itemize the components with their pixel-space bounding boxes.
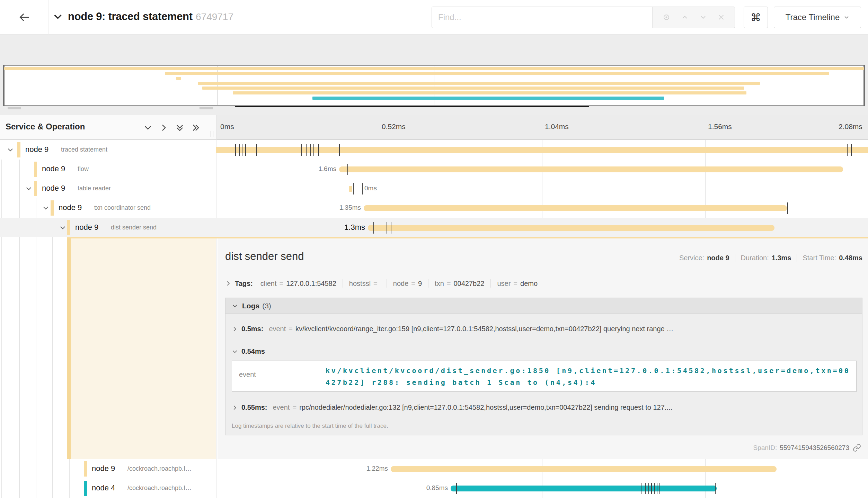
column-resize-grip[interactable] (211, 131, 215, 137)
timeline-header-row: Service & Operation 0ms 0.52ms 1.04ms 1.… (0, 115, 868, 140)
span-bar[interactable] (349, 186, 352, 192)
span-color-marker (34, 181, 37, 196)
minimap-span-bar (198, 82, 760, 85)
span-color-marker (51, 200, 54, 216)
span-operation[interactable]: /cockroach.roachpb.I… (127, 465, 192, 472)
span-operation[interactable]: dist sender send (111, 224, 157, 231)
logs-count: (3) (262, 302, 271, 310)
keyboard-shortcuts-button[interactable]: ⌘ (744, 7, 768, 28)
find-box (432, 7, 735, 28)
chevron-right-icon (225, 280, 231, 287)
span-duration-label: 1.6ms (291, 165, 336, 173)
span-row-selected[interactable]: node 9 dist sender send 1.3ms (0, 218, 868, 237)
span-row[interactable]: node 4 /cockroach.roachpb.I… 0.85ms (0, 479, 868, 498)
span-duration-label: 0ms (364, 184, 409, 192)
chevron-down-icon (844, 15, 849, 20)
tags-row[interactable]: Tags: client=127.0.0.1:54582 hostssl= no… (225, 279, 538, 288)
logs-section: Logs (3) 0.5ms: event = kv/kvclient/kvco… (225, 298, 862, 435)
minimap-span-bar (165, 72, 829, 75)
back-arrow-icon (17, 10, 31, 24)
span-row[interactable]: node 9 txn coordinator send 1.35ms (0, 198, 868, 218)
log-timestamp: 0.55ms: (241, 404, 267, 411)
title-collapse-icon[interactable] (52, 11, 64, 23)
minimap-left-scrubber[interactable] (3, 65, 5, 106)
span-operation[interactable]: flow (78, 165, 89, 173)
span-bar[interactable] (364, 205, 787, 211)
minimap-span-bar (202, 87, 744, 90)
view-selector-button[interactable]: Trace Timeline (774, 7, 861, 28)
focus-match-icon[interactable] (662, 13, 671, 21)
log-field-key: event (269, 325, 286, 333)
span-color-marker (84, 481, 87, 496)
next-match-icon[interactable] (699, 13, 707, 21)
span-detail-panel: dist sender send Service: node 9 Duratio… (218, 238, 868, 459)
chevron-down-icon[interactable] (42, 205, 49, 211)
log-entry[interactable]: 0.55ms: event = rpc/nodedialer/nodediale… (232, 404, 672, 411)
event-field-key: event (239, 371, 256, 379)
span-operation[interactable]: txn coordinator send (94, 204, 151, 211)
span-bar[interactable] (451, 486, 717, 491)
collapse-all-icon[interactable] (175, 123, 184, 132)
span-row[interactable]: node 9 traced statement (0, 140, 868, 160)
tag-item: hostssl= (349, 280, 380, 288)
span-duration-label: 0.85ms (403, 484, 448, 492)
span-operation[interactable]: /cockroach.roachpb.I… (127, 485, 192, 492)
span-service[interactable]: node 9 (59, 203, 82, 212)
expand-one-icon[interactable] (159, 123, 168, 132)
timeline-tick: 0ms (220, 123, 234, 131)
service-value: node 9 (707, 254, 729, 262)
minimap-right-scrubber[interactable] (863, 65, 865, 106)
span-color-marker (67, 220, 70, 235)
find-controls (652, 7, 735, 28)
event-field-value: kv/kvclient/kvcoord/dist_sender.go:1850 … (326, 365, 850, 388)
duration-label: Duration: (741, 254, 769, 262)
span-service[interactable]: node 9 (75, 223, 98, 232)
prev-match-icon[interactable] (681, 13, 689, 21)
span-bar[interactable] (339, 166, 843, 172)
log-entry-expanded[interactable]: 0.54ms (232, 347, 271, 355)
span-detail-title: dist sender send (225, 250, 304, 263)
find-input[interactable] (432, 7, 652, 28)
span-bar[interactable] (391, 466, 777, 472)
span-detail-meta: Service: node 9 Duration: 1.3ms Start Ti… (679, 254, 862, 262)
chevron-down-icon[interactable] (7, 146, 14, 153)
span-row[interactable]: node 9 table reader 0ms (0, 179, 868, 198)
trace-id: 6749717 (196, 11, 233, 22)
top-bar: node 9: traced statement 6749717 ⌘ (0, 0, 868, 35)
span-service[interactable]: node 9 (42, 164, 65, 173)
span-bar[interactable] (368, 225, 774, 231)
expand-all-icon[interactable] (191, 123, 200, 132)
span-row[interactable]: node 9 flow 1.6ms (0, 160, 868, 179)
span-service[interactable]: node 9 (42, 184, 65, 193)
clear-search-icon[interactable] (717, 13, 725, 21)
log-field-value: kv/kvclient/kvcoord/range_iter.go:159 [n… (295, 325, 673, 333)
log-event-detail: event kv/kvclient/kvcoord/dist_sender.go… (232, 361, 857, 392)
collapse-one-icon[interactable] (143, 123, 152, 132)
log-entry[interactable]: 0.5ms: event = kv/kvclient/kvcoord/range… (232, 325, 673, 333)
view-selector-label: Trace Timeline (786, 12, 840, 22)
span-operation[interactable]: table reader (78, 185, 111, 192)
timeline-tick: 2.08ms (839, 123, 862, 131)
span-color-marker (84, 461, 87, 477)
link-icon[interactable] (853, 444, 861, 452)
span-service[interactable]: node 9 (92, 464, 115, 473)
back-button[interactable] (0, 0, 48, 35)
chevron-down-icon[interactable] (25, 185, 32, 192)
span-duration-label: 1.3ms (320, 223, 365, 232)
span-service[interactable]: node 9 (25, 145, 48, 154)
chevron-right-icon (232, 326, 238, 332)
span-row[interactable]: node 9 /cockroach.roachpb.I… 1.22ms (0, 459, 868, 479)
minimap-grip[interactable] (8, 107, 21, 109)
start-time-label: Start Time: (803, 254, 836, 262)
service-operation-header: Service & Operation (6, 122, 85, 132)
span-service[interactable]: node 4 (92, 483, 115, 492)
page-title: node 9: traced statement (68, 10, 193, 23)
logs-header[interactable]: Logs (3) (225, 298, 862, 314)
chevron-down-icon[interactable] (59, 224, 66, 231)
minimap-grip[interactable] (200, 107, 213, 109)
service-label: Service: (679, 254, 704, 262)
minimap-span-bar (233, 91, 746, 94)
duration-value: 1.3ms (772, 254, 791, 262)
span-operation[interactable]: traced statement (61, 146, 107, 153)
minimap-selection-bar[interactable] (235, 106, 589, 107)
